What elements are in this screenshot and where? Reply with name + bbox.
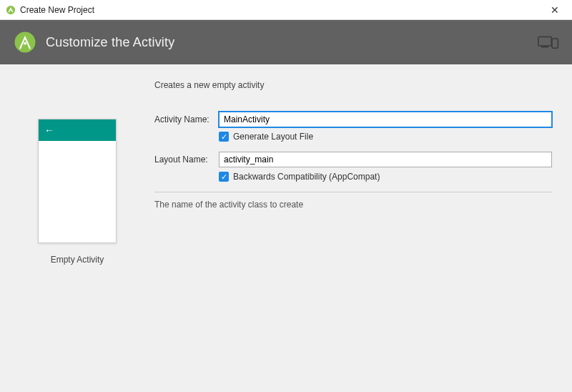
wizard-header: Customize the Activity: [0, 20, 572, 64]
close-button[interactable]: ✕: [543, 3, 566, 17]
template-preview-column: ← Empty Activity: [20, 77, 134, 392]
titlebar: Create New Project ✕: [0, 0, 572, 20]
generate-layout-checkbox[interactable]: ✓: [219, 132, 229, 142]
appcompat-checkbox-row[interactable]: ✓ Backwards Compatibility (AppCompat): [219, 172, 552, 182]
android-studio-logo-icon: [13, 30, 37, 54]
preview-appbar: ←: [39, 119, 116, 141]
android-studio-icon: [6, 5, 16, 15]
window-title: Create New Project: [20, 5, 543, 15]
layout-name-label: Layout Name:: [154, 155, 219, 165]
wizard-heading: Customize the Activity: [46, 35, 538, 50]
layout-name-input[interactable]: [219, 152, 552, 167]
appcompat-checkbox[interactable]: ✓: [219, 172, 229, 182]
svg-rect-5: [541, 46, 548, 48]
template-preview-label: Empty Activity: [51, 255, 104, 265]
activity-name-input[interactable]: [219, 112, 552, 127]
generate-layout-checkbox-row[interactable]: ✓ Generate Layout File: [219, 132, 552, 142]
appcompat-label: Backwards Compatibility (AppCompat): [233, 172, 380, 182]
generate-layout-label: Generate Layout File: [233, 132, 313, 142]
svg-rect-4: [538, 37, 551, 46]
help-text: The name of the activity class to create: [154, 200, 552, 210]
activity-name-label: Activity Name:: [154, 114, 219, 124]
svg-point-3: [24, 42, 26, 45]
svg-rect-6: [552, 39, 558, 48]
template-preview: ←: [38, 119, 117, 243]
help-divider: [154, 192, 552, 192]
form-description: Creates a new empty activity: [154, 80, 552, 90]
svg-point-1: [10, 9, 11, 11]
form-factor-icon: [538, 34, 559, 50]
form-column: Creates a new empty activity Activity Na…: [154, 77, 552, 392]
back-arrow-icon: ←: [44, 124, 54, 136]
